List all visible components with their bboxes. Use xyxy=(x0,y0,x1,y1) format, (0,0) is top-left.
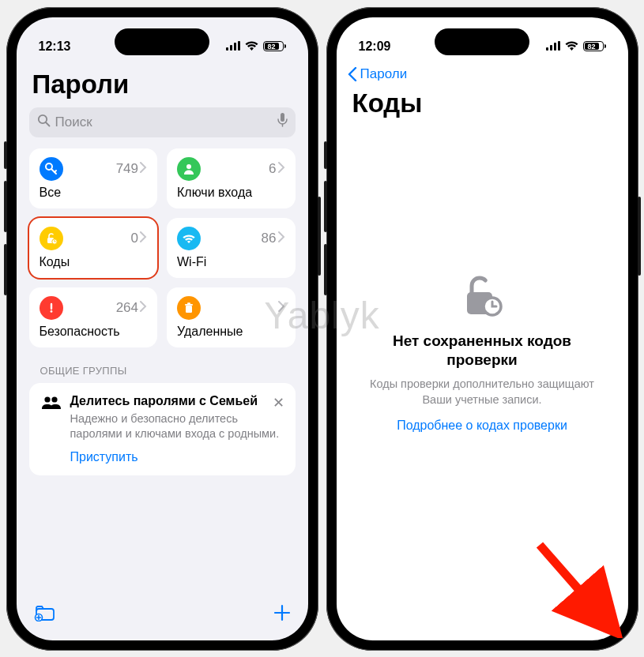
new-folder-button[interactable] xyxy=(34,604,56,625)
phone-left: 12:13 82 Пароли 749 xyxy=(6,7,318,651)
card-label: Wi-Fi xyxy=(177,255,285,269)
card-passkeys[interactable]: 6 Ключи входа xyxy=(167,148,296,208)
svg-point-20 xyxy=(44,396,50,402)
chevron-right-icon xyxy=(278,161,285,177)
card-count: 749 xyxy=(116,161,138,177)
trash-icon xyxy=(177,296,201,320)
svg-rect-31 xyxy=(558,41,560,51)
add-button[interactable] xyxy=(593,604,611,625)
promo-action[interactable]: Приступить xyxy=(70,450,284,464)
wifi-icon xyxy=(177,227,201,250)
svg-rect-28 xyxy=(546,47,548,51)
svg-rect-29 xyxy=(550,45,552,51)
card-count: 0 xyxy=(131,231,138,246)
card-all[interactable]: 749 Все xyxy=(29,148,158,208)
mic-icon[interactable] xyxy=(277,113,288,131)
learn-more-link[interactable]: Подробнее о кодах проверки xyxy=(397,419,567,433)
chevron-right-icon xyxy=(140,161,147,177)
card-count: 86 xyxy=(262,231,277,246)
search-field[interactable] xyxy=(29,107,296,137)
key-icon xyxy=(40,157,63,181)
search-icon xyxy=(37,114,51,131)
chevron-right-icon xyxy=(140,300,147,316)
close-icon[interactable]: ✕ xyxy=(273,394,284,411)
lock-clock-icon xyxy=(40,227,63,250)
alert-icon xyxy=(40,296,63,320)
card-label: Коды xyxy=(40,255,148,269)
svg-rect-4 xyxy=(238,41,240,51)
svg-rect-7 xyxy=(281,113,284,122)
card-security[interactable]: 264 Безопасность xyxy=(29,287,158,347)
card-count: 264 xyxy=(116,300,138,316)
card-label: Удаленные xyxy=(177,325,285,339)
dynamic-island xyxy=(115,28,209,55)
svg-rect-1 xyxy=(226,47,228,51)
svg-rect-19 xyxy=(187,302,190,304)
volume-button xyxy=(4,141,7,169)
empty-state: Нет сохраненных кодов проверки Коды пров… xyxy=(337,111,628,596)
cellular-icon xyxy=(546,39,560,54)
search-input[interactable] xyxy=(55,115,273,130)
chevron-left-icon xyxy=(348,67,357,81)
category-grid: 749 Все 6 Ключи входа 0 Коды xyxy=(17,148,308,347)
card-label: Безопасность xyxy=(40,325,148,339)
card-wifi[interactable]: 86 Wi-Fi xyxy=(167,218,296,278)
people-icon xyxy=(40,394,62,464)
svg-rect-30 xyxy=(554,43,556,51)
svg-rect-17 xyxy=(186,306,192,313)
card-deleted[interactable]: Удаленные xyxy=(167,287,296,347)
volume-button xyxy=(4,181,7,232)
chevron-right-icon xyxy=(278,300,285,316)
svg-line-11 xyxy=(55,171,56,172)
add-button[interactable] xyxy=(273,604,291,625)
bottom-toolbar xyxy=(17,596,308,640)
phone-right: 12:09 82 Пароли Коды xyxy=(326,7,638,651)
card-codes[interactable]: 0 Коды xyxy=(29,218,158,278)
battery-icon: 82 xyxy=(583,41,606,51)
svg-point-21 xyxy=(51,396,57,402)
empty-title: Нет сохраненных кодов проверки xyxy=(360,332,604,370)
back-label: Пароли xyxy=(360,66,408,82)
cellular-icon xyxy=(226,39,240,54)
wifi-icon xyxy=(245,39,258,54)
volume-button xyxy=(324,181,327,232)
section-header-groups: ОБЩИЕ ГРУППЫ xyxy=(17,347,308,383)
card-count: 6 xyxy=(269,161,276,177)
card-label: Все xyxy=(40,186,148,200)
volume-button xyxy=(324,141,327,169)
bottom-toolbar xyxy=(337,596,628,640)
svg-rect-2 xyxy=(230,45,232,51)
family-promo: Делитесь паролями с Семьей Надежно и без… xyxy=(29,383,296,475)
svg-rect-3 xyxy=(234,43,236,51)
promo-title: Делитесь паролями с Семьей xyxy=(70,394,284,408)
volume-button xyxy=(4,244,7,295)
power-button xyxy=(318,197,321,276)
battery-icon: 82 xyxy=(263,41,286,51)
svg-point-16 xyxy=(50,310,52,313)
svg-point-12 xyxy=(186,164,191,169)
chevron-right-icon xyxy=(278,231,285,246)
volume-button xyxy=(324,244,327,295)
page-title: Пароли xyxy=(17,62,308,107)
empty-subtitle: Коды проверки дополнительно защищают Ваш… xyxy=(360,377,604,407)
card-label: Ключи входа xyxy=(177,186,285,200)
wifi-icon xyxy=(565,39,578,54)
svg-line-6 xyxy=(46,122,50,126)
power-button xyxy=(638,197,641,276)
back-button[interactable]: Пароли xyxy=(337,62,628,85)
promo-text: Надежно и безопасно делитесь паролями и … xyxy=(70,411,284,442)
svg-rect-18 xyxy=(185,304,193,306)
person-icon xyxy=(177,157,201,181)
lock-clock-icon xyxy=(461,273,503,321)
dynamic-island xyxy=(435,28,529,55)
chevron-right-icon xyxy=(140,231,147,246)
